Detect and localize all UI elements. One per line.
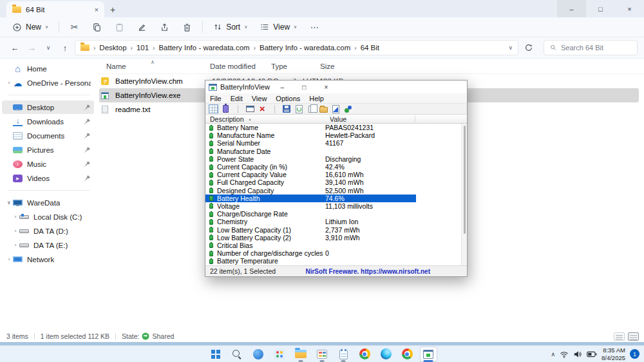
up-button[interactable]: ↑ [57,43,73,53]
expander-chevron-icon[interactable]: › [12,228,19,234]
new-button[interactable]: New ∨ [6,19,54,35]
refresh-button[interactable] [518,39,540,56]
properties-icon[interactable] [318,104,328,114]
clock[interactable]: 8:35 AM 8/4/2025 [601,347,625,361]
battery-icon[interactable] [220,104,231,114]
delete-button[interactable] [176,19,198,35]
cut-button[interactable]: ✂ [64,19,85,35]
notification-badge[interactable]: 1 [630,349,639,359]
expander-chevron-icon[interactable]: › [12,242,19,248]
photos-icon[interactable] [271,347,289,362]
wifi-icon[interactable] [560,350,569,358]
battery-property-row[interactable]: Battery Temperature [205,257,416,265]
sidebar-item[interactable]: Home [2,62,94,75]
batteryinfoview-taskbar-icon[interactable] [420,347,437,362]
window-mode-icon[interactable] [245,104,255,114]
expander-chevron-icon[interactable]: › [5,256,13,262]
chrome-icon[interactable] [356,347,374,362]
minimize-button[interactable]: – [557,0,586,17]
battery-property-row[interactable]: Low Battery Capacity (1) 2,737 mWh [205,225,416,233]
scrollbar-thumb[interactable] [464,126,466,234]
sidebar-item[interactable]: Desktop [2,100,94,114]
breadcrumb-segment[interactable]: 101 [137,44,149,52]
sidebar-item[interactable]: › DA TA (D:) [2,224,94,238]
expander-chevron-icon[interactable]: › [12,214,19,220]
sidebar-item[interactable]: › Network [2,252,94,266]
thumbnails-view-toggle[interactable] [628,332,639,341]
toolbar-separator[interactable] [232,104,243,114]
chrome-icon-2[interactable] [399,347,416,362]
battery-property-row[interactable]: Low Battery Capacity (2) 3,910 mWh [205,234,416,242]
address-bar[interactable]: › Desktop › 101 › Battery Info - waredat… [75,40,518,55]
sidebar-item[interactable]: Videos [2,171,94,185]
search-button[interactable] [229,347,246,362]
refresh-icon[interactable] [294,104,304,114]
maximize-button[interactable]: □ [586,0,615,17]
column-header-value[interactable]: Value [325,115,346,123]
battery-property-row[interactable]: Chemistry Lithium Ion [205,218,416,225]
sidebar-item[interactable]: › Local Disk (C:) [2,210,94,224]
column-header-size[interactable]: Size [320,62,359,70]
title-bar[interactable]: BatteryInfoView – □ × [205,81,467,93]
app-window-icon[interactable] [314,347,331,362]
breadcrumb-segment[interactable]: 64 Bit [361,44,379,52]
column-header-type[interactable]: Type [271,62,320,70]
sidebar-item[interactable]: Downloads [2,115,94,128]
more-options-button[interactable]: ⋯ [304,19,325,35]
address-dropdown-icon[interactable]: ∨ [509,44,513,51]
vertical-scrollbar[interactable] [461,124,467,265]
column-header-name[interactable]: Name [106,62,210,70]
battery-property-row[interactable]: Number of charge/discharge cycles 0 [205,249,416,257]
search-box[interactable] [544,40,638,55]
battery-property-row[interactable]: Manufacture Name Hewlett-Packard [205,131,416,139]
sidebar-item[interactable]: Documents [2,129,94,142]
notepad-icon[interactable] [335,347,352,362]
save-icon[interactable] [281,104,292,114]
sort-button[interactable]: Sort ∨ [207,19,253,35]
maximize-button[interactable]: □ [295,81,314,93]
file-explorer-icon[interactable] [292,347,310,362]
tab-close-icon[interactable]: × [95,6,99,14]
expander-chevron-icon[interactable]: › [5,80,13,86]
back-button[interactable]: ← [6,43,23,53]
details-view-toggle[interactable] [614,332,625,341]
battery-property-row[interactable]: Manufacture Date [205,148,416,155]
battery-property-row[interactable]: Battery Name PABAS0241231 [205,124,416,131]
menu-item[interactable]: Help [309,95,324,102]
copilot-icon[interactable] [250,347,267,362]
battery-property-row[interactable]: Full Charged Capacity 39,140 mWh [205,178,416,186]
close-button[interactable]: × [317,81,336,93]
start-button[interactable] [207,347,225,362]
delete-red-x-icon[interactable] [257,104,267,114]
volume-icon[interactable] [573,350,582,358]
share-button[interactable] [154,19,175,35]
battery-property-row[interactable]: Critical Bias [205,242,416,249]
close-button[interactable]: × [615,0,644,17]
battery-property-row[interactable]: Voltage 11,103 millivolts [205,202,416,210]
battery-property-row[interactable]: Serial Number 41167 [205,139,416,147]
sidebar-item[interactable]: ∨ WareData [2,196,94,209]
search-input[interactable] [561,44,631,52]
toolbar-separator[interactable] [269,104,279,114]
menu-item[interactable]: File [210,95,222,102]
tab-64-bit[interactable]: 64 Bit × [6,1,104,17]
recent-locations-button[interactable]: ∨ [40,44,57,51]
export-html-icon[interactable] [330,104,341,114]
copy-button[interactable] [86,19,108,35]
sidebar-item[interactable]: Music [2,157,94,171]
breadcrumb-segment[interactable]: Desktop [99,44,126,52]
edge-icon[interactable] [377,347,395,362]
battery-icon[interactable] [587,350,597,358]
menu-item[interactable]: Options [276,95,300,102]
battery-property-row[interactable]: Designed Capacity 52,500 mWh [205,187,416,195]
minimize-button[interactable]: – [273,81,292,93]
paste-button[interactable] [109,19,130,35]
battery-property-row[interactable]: Battery Health 74.6% [205,195,416,202]
menu-item[interactable]: View [252,95,267,102]
about-icon[interactable] [343,104,353,114]
copy-icon[interactable] [306,104,316,114]
nirsoft-link[interactable]: NirSoft Freeware. https://www.nirsoft.ne… [305,268,430,275]
expander-chevron-icon[interactable]: ∨ [5,200,13,205]
battery-property-row[interactable]: Power State Discharging [205,155,416,163]
report-grid-icon[interactable] [208,104,218,114]
